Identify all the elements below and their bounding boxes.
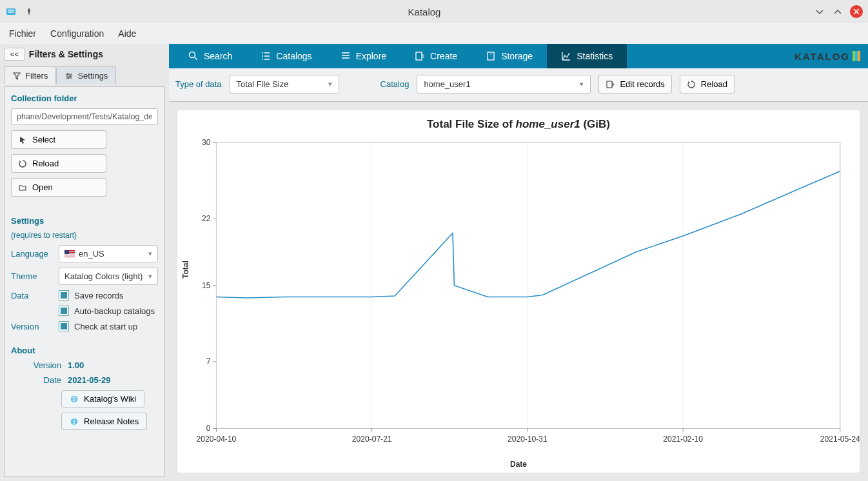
select-button-label: Select — [32, 135, 55, 144]
reload-icon — [18, 159, 27, 168]
close-icon[interactable] — [850, 5, 863, 18]
edit-records-label: Edit records — [620, 79, 664, 89]
minimize-icon[interactable] — [814, 6, 825, 17]
tab-settings-label: Settings — [77, 71, 108, 81]
check-startup-checkbox[interactable]: Check at start up — [59, 321, 137, 331]
checkbox-icon — [59, 306, 69, 316]
window-title: Katalog — [35, 6, 814, 17]
auto-backup-checkbox[interactable]: Auto-backup catalogs — [59, 306, 155, 316]
select-button[interactable]: Select — [11, 130, 106, 149]
tab-search[interactable]: Search — [174, 44, 246, 68]
edit-records-button[interactable]: Edit records — [598, 75, 671, 93]
catalog-select[interactable]: home_user1 ▾ — [417, 75, 591, 93]
chevron-down-icon: ▾ — [148, 250, 152, 258]
svg-rect-10 — [488, 52, 494, 60]
type-of-data-label: Type of data — [175, 79, 222, 89]
globe-icon — [70, 395, 79, 404]
svg-text:30: 30 — [202, 138, 211, 147]
tab-storage[interactable]: Storage — [471, 44, 547, 68]
svg-rect-9 — [416, 52, 422, 60]
chart-title: Total File Size of home_user1 (GiB) — [177, 110, 860, 131]
reload-button-label: Reload — [32, 159, 59, 168]
language-select[interactable]: en_US ▾ — [59, 245, 158, 262]
wiki-button[interactable]: Katalog's Wiki — [61, 390, 144, 407]
chart-svg: 071522302020-04-102020-07-212020-10-3120… — [177, 136, 860, 467]
save-records-checkbox[interactable]: Save records — [59, 290, 124, 300]
reload-icon — [687, 80, 696, 89]
sliders-icon — [64, 72, 74, 81]
pin-icon[interactable] — [23, 6, 35, 17]
menubar: Fichier Configuration Aide — [0, 23, 868, 44]
titlebar: Katalog — [0, 0, 868, 23]
controls-row: Type of data Total File Size ▾ Catalog h… — [169, 68, 868, 102]
menu-aide[interactable]: Aide — [118, 28, 136, 39]
tab-explore[interactable]: Explore — [326, 44, 400, 68]
release-notes-label: Release Notes — [84, 417, 139, 426]
open-button-label: Open — [32, 182, 53, 192]
menu-configuration[interactable]: Configuration — [50, 28, 104, 39]
tab-catalogs[interactable]: Catalogs — [246, 44, 326, 68]
tab-settings[interactable]: Settings — [56, 66, 116, 84]
sidebar-panel: Collection folder Select Reload Open Set… — [4, 86, 165, 477]
svg-point-11 — [490, 54, 491, 55]
collection-folder-head: Collection folder — [11, 93, 158, 103]
create-icon — [415, 52, 424, 61]
about-version-label: Version — [11, 360, 61, 370]
svg-text:2020-07-21: 2020-07-21 — [352, 435, 392, 444]
catalog-value: home_user1 — [424, 79, 470, 89]
brand-bars-icon — [853, 51, 860, 61]
svg-point-5 — [68, 77, 70, 79]
release-notes-button[interactable]: Release Notes — [61, 413, 147, 430]
main: Search Catalogs Explore Create Storage S… — [169, 44, 868, 481]
chevron-down-icon: ▾ — [328, 80, 332, 88]
menu-fichier[interactable]: Fichier — [9, 28, 36, 39]
catalog-label: Catalog — [380, 79, 409, 89]
language-value: en_US — [79, 249, 104, 259]
folder-icon — [18, 183, 27, 192]
language-label: Language — [11, 249, 52, 259]
svg-text:15: 15 — [202, 281, 211, 290]
tab-filters[interactable]: Filters — [4, 66, 56, 84]
sidebar-tabs: Filters Settings — [4, 66, 165, 84]
sidebar: << Filters & Settings Filters Settings C… — [0, 44, 169, 481]
storage-icon — [486, 52, 495, 61]
flag-icon — [64, 250, 75, 257]
type-of-data-select[interactable]: Total File Size ▾ — [230, 75, 339, 93]
tab-filters-label: Filters — [25, 71, 48, 81]
chevron-down-icon: ▾ — [148, 272, 152, 280]
globe-icon — [70, 417, 79, 426]
reload-chart-button[interactable]: Reload — [680, 75, 735, 93]
type-of-data-value: Total File Size — [237, 79, 289, 89]
check-startup-label: Check at start up — [74, 322, 137, 331]
svg-rect-12 — [607, 81, 612, 88]
svg-point-3 — [67, 73, 69, 75]
tab-statistics[interactable]: Statistics — [547, 44, 627, 68]
svg-text:0: 0 — [206, 424, 211, 433]
reload-chart-label: Reload — [701, 79, 727, 89]
edit-icon — [606, 80, 615, 89]
theme-select[interactable]: Katalog Colors (light) ▾ — [59, 268, 158, 285]
search-icon — [188, 52, 197, 61]
about-date-value: 2021-05-29 — [68, 375, 111, 385]
svg-rect-2 — [8, 12, 14, 13]
brand-logo: KATALOG — [794, 44, 860, 68]
about-date-label: Date — [11, 375, 61, 385]
open-button[interactable]: Open — [11, 178, 106, 197]
reload-button[interactable]: Reload — [11, 154, 106, 173]
main-tabs: Search Catalogs Explore Create Storage S… — [169, 44, 868, 68]
version-label: Version — [11, 322, 52, 331]
cursor-icon — [18, 135, 27, 144]
data-label: Data — [11, 291, 52, 300]
tab-create[interactable]: Create — [400, 44, 471, 68]
maximize-icon[interactable] — [832, 6, 843, 17]
checkbox-icon — [59, 290, 69, 300]
collapse-button[interactable]: << — [4, 48, 25, 61]
collection-folder-input[interactable] — [11, 108, 158, 125]
svg-point-4 — [70, 75, 72, 77]
svg-text:22: 22 — [202, 214, 211, 223]
about-head: About — [11, 346, 158, 355]
theme-label: Theme — [11, 271, 52, 281]
about-version-value: 1.00 — [68, 360, 84, 370]
theme-value: Katalog Colors (light) — [64, 271, 143, 281]
svg-point-8 — [190, 52, 195, 58]
